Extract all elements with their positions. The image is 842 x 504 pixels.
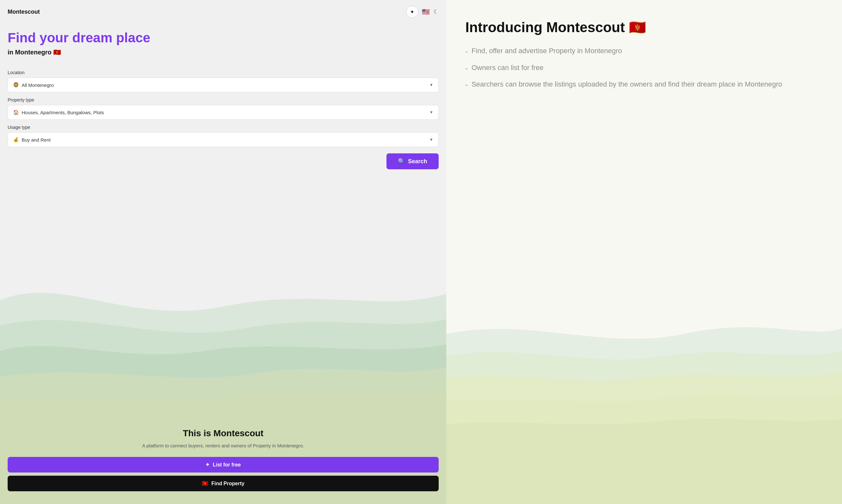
search-button[interactable]: 🔍 Search (386, 154, 439, 169)
language-flag[interactable]: 🇺🇸 (421, 7, 431, 16)
usage-type-icon: 💰 (13, 137, 19, 143)
intro-title: Introducing Montescout 🇲🇪 (466, 19, 826, 36)
list-dash: - (466, 64, 468, 73)
list-icon: ✦ (205, 462, 209, 468)
find-property-button[interactable]: 🇲🇪 Find Property (7, 476, 439, 491)
list-dash: - (466, 47, 468, 57)
left-panel: Montescout ✦ 🇺🇸 ☾ Find your dream place … (0, 0, 446, 504)
search-icon: 🔍 (398, 158, 405, 165)
list-item: -Searchers can browse the listings uploa… (466, 79, 826, 90)
location-select[interactable]: 🦁 All Montenegro ▼ (7, 78, 439, 92)
magic-icon: ✦ (410, 9, 414, 15)
property-type-value: Houses, Apartments, Bungalows, Plots (22, 110, 104, 115)
intro-list: -Find, offer and advertise Property in M… (466, 46, 826, 90)
hero-section: Find your dream place in Montenegro 🇲🇪 (0, 23, 446, 65)
list-item: -Find, offer and advertise Property in M… (466, 46, 826, 57)
list-dash: - (466, 80, 468, 90)
right-content: Introducing Montescout 🇲🇪 -Find, offer a… (466, 19, 826, 90)
hero-subtitle: in Montenegro 🇲🇪 (7, 48, 439, 56)
logo: Montescout (7, 8, 40, 15)
location-value: All Montenegro (22, 83, 54, 88)
magic-button[interactable]: ✦ (406, 6, 418, 18)
right-panel: Introducing Montescout 🇲🇪 -Find, offer a… (446, 0, 842, 504)
bottom-section: This is Montescout A platform to connect… (0, 412, 446, 504)
hero-title: Find your dream place (7, 30, 439, 46)
property-type-select[interactable]: 🏠 Houses, Apartments, Bungalows, Plots ▼ (7, 105, 439, 120)
usage-type-value: Buy and Rent (22, 137, 51, 143)
list-item: -Owners can list for free (466, 63, 826, 73)
bottom-title: This is Montescout (7, 428, 439, 438)
bottom-description: A platform to connect buyers, renters an… (7, 442, 439, 450)
list-for-free-button[interactable]: ✦ List for free (7, 457, 439, 472)
find-icon: 🇲🇪 (202, 481, 208, 486)
header: Montescout ✦ 🇺🇸 ☾ (0, 0, 446, 23)
property-type-chevron-icon: ▼ (429, 110, 433, 114)
location-chevron-icon: ▼ (429, 83, 433, 87)
property-type-label: Property type (7, 97, 439, 103)
list-label: List for free (213, 462, 241, 468)
usage-type-label: Usage type (7, 125, 439, 130)
search-button-row: 🔍 Search (0, 147, 446, 169)
location-label: Location (7, 70, 439, 75)
theme-toggle[interactable]: ☾ (434, 8, 439, 15)
find-label: Find Property (211, 481, 245, 486)
usage-type-chevron-icon: ▼ (429, 138, 433, 142)
header-actions: ✦ 🇺🇸 ☾ (406, 6, 439, 18)
property-type-icon: 🏠 (13, 109, 19, 115)
search-label: Search (408, 158, 427, 165)
search-form: Location 🦁 All Montenegro ▼ Property typ… (0, 65, 446, 147)
usage-type-select[interactable]: 💰 Buy and Rent ▼ (7, 132, 439, 147)
location-icon: 🦁 (13, 82, 19, 88)
